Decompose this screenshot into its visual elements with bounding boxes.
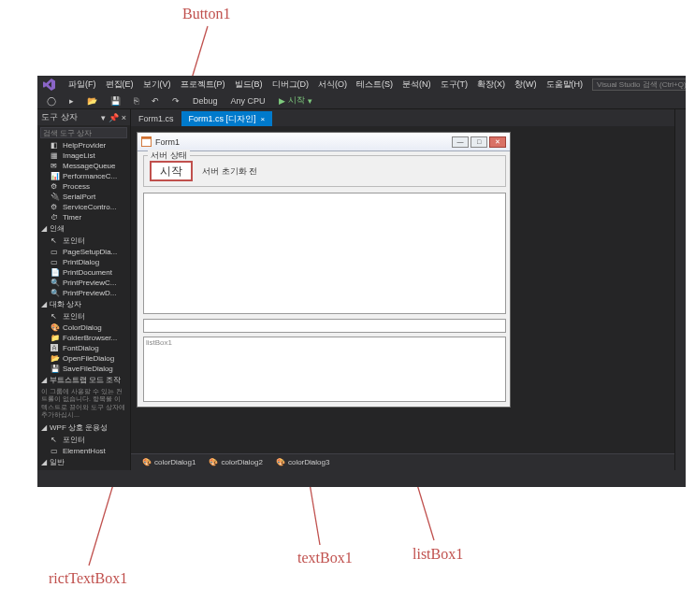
toolbox-item[interactable]: 📄PrintDocument (37, 267, 130, 278)
toolbox-item[interactable]: ◧HelpProvider (37, 140, 130, 150)
menu-build[interactable]: 빌드(B) (235, 79, 263, 91)
toolbar-redo-icon[interactable]: ↷ (168, 96, 183, 106)
tray-colordialog2[interactable]: 🎨colorDialog2 (209, 458, 262, 466)
toolbar-saveall-icon[interactable]: ⎘ (130, 96, 142, 106)
toolbar-platform[interactable]: Any CPU (227, 96, 269, 106)
chevron-down-icon: ◢ (41, 458, 47, 466)
menu-extensions[interactable]: 확장(X) (477, 79, 505, 91)
close-button[interactable]: ✕ (489, 136, 506, 148)
toolbox-item[interactable]: ▭ElementHost (37, 446, 130, 456)
form-icon (141, 136, 152, 147)
toolbox-title: 도구 상자 ▾📌× (37, 109, 130, 125)
designer-surface[interactable]: Form1 — □ ✕ 서버 상태 시작 서버 초기화 전 listBox1 (131, 126, 674, 453)
menu-view[interactable]: 보기(V) (143, 79, 171, 91)
toolbox-section-print[interactable]: ◢인쇄 (37, 222, 130, 235)
groupbox-server-status[interactable]: 서버 상태 시작 서버 초기화 전 (143, 155, 506, 187)
toolbox-item[interactable]: 📂OpenFileDialog (37, 353, 130, 364)
toolbox-item[interactable]: ↖포인터 (37, 434, 130, 446)
annotation-listbox1: listBox1 (413, 546, 463, 563)
toolbox-item[interactable]: ⚙Process (37, 181, 130, 192)
annotation-button1: Button1 (182, 6, 231, 22)
toolbox-item[interactable]: 📊PerformanceC... (37, 171, 130, 181)
toolbar-save-icon[interactable]: 💾 (107, 96, 124, 106)
editor-main: Form1.cs Form1.cs [디자인]× Form1 — □ ✕ (131, 109, 674, 470)
start-button[interactable]: 시작 (150, 161, 193, 181)
toolbox-item[interactable]: ⚙ServiceContro... (37, 202, 130, 212)
toolbox-item[interactable]: 📁FolderBrowser... (37, 333, 130, 343)
menu-debug[interactable]: 디버그(D) (272, 79, 310, 91)
vs-menubar: 파일(F) 편집(E) 보기(V) 프로젝트(P) 빌드(B) 디버그(D) 서… (37, 76, 686, 93)
menu-analyze[interactable]: 분석(N) (402, 79, 431, 91)
menu-help[interactable]: 도움말(H) (546, 79, 584, 91)
toolbox-item[interactable]: ⏱Timer (37, 212, 130, 222)
toolbox-section-general[interactable]: ◢일반 (37, 456, 130, 468)
toolbox-section-wpf[interactable]: ◢WPF 상호 운용성 (37, 422, 130, 434)
chevron-down-icon: ◢ (41, 376, 47, 384)
vs-logo-icon (43, 78, 55, 91)
menu-window[interactable]: 창(W) (514, 79, 537, 91)
richtextbox1[interactable] (143, 193, 506, 314)
menu-project[interactable]: 프로젝트(P) (181, 79, 225, 91)
status-label: 서버 초기화 전 (202, 165, 257, 178)
toolbox-item[interactable]: 🎨ColorDialog (37, 322, 130, 333)
toolbox-item[interactable]: ▭PrintDialog (37, 257, 130, 267)
toolbar-config-debug[interactable]: Debug (189, 96, 222, 106)
toolbar-nav-back-icon[interactable]: ◯ (43, 96, 60, 106)
toolbox-item[interactable]: 🔌SerialPort (37, 192, 130, 202)
colordialog-icon: 🎨 (142, 458, 152, 466)
form1-title-text: Form1 (155, 137, 180, 147)
toolbox-item[interactable]: 💾SaveFileDialog (37, 364, 130, 374)
component-tray: 🎨colorDialog1 🎨colorDialog2 🎨colorDialog… (131, 453, 674, 470)
colordialog-icon: 🎨 (276, 458, 285, 466)
visual-studio-window: 파일(F) 편집(E) 보기(V) 프로젝트(P) 빌드(B) 디버그(D) 서… (37, 76, 686, 487)
toolbox-close-icon[interactable]: 📌 (109, 113, 119, 122)
tab-strip: Form1.cs Form1.cs [디자인]× (131, 109, 674, 126)
tray-colordialog1[interactable]: 🎨colorDialog1 (142, 458, 195, 466)
toolbar-undo-icon[interactable]: ↶ (148, 96, 163, 106)
listbox1[interactable]: listBox1 (143, 337, 506, 402)
toolbox-search-input[interactable]: 검색 도구 상자 (40, 127, 127, 138)
menu-file[interactable]: 파일(F) (68, 79, 96, 91)
form1-window[interactable]: Form1 — □ ✕ 서버 상태 시작 서버 초기화 전 listBox1 (137, 132, 511, 408)
menu-edit[interactable]: 편집(E) (106, 79, 134, 91)
toolbar-open-icon[interactable]: 📂 (83, 96, 101, 106)
menu-test[interactable]: 테스트(S) (356, 79, 393, 91)
toolbar-start-button[interactable]: ▶ 시작 ▾ (275, 94, 316, 107)
vs-toolbar: ◯ ▸ 📂 💾 ⎘ ↶ ↷ Debug Any CPU ▶ 시작 ▾ (37, 93, 686, 109)
toolbox-item[interactable]: ↖포인터 (37, 235, 130, 247)
toolbox-item[interactable]: ▦ImageList (37, 150, 130, 161)
toolbox-info-text: 이 그룹에 사용할 수 있는 컨트롤이 없습니다. 항목을 이 텍스트로 끌어와… (37, 468, 130, 470)
menu-format[interactable]: 서식(O) (318, 79, 347, 91)
toolbox-section-dialogs[interactable]: ◢대화 상자 (37, 298, 130, 310)
right-gutter (674, 109, 686, 470)
global-search-input[interactable]: Visual Studio 검색 (Ctrl+Q) (592, 79, 686, 91)
svg-rect-5 (142, 139, 151, 146)
maximize-button[interactable]: □ (471, 136, 487, 148)
tray-colordialog3[interactable]: 🎨colorDialog3 (276, 458, 329, 466)
annotation-richtextbox1: rictTextBox1 (49, 570, 127, 587)
tab-form1-design[interactable]: Form1.cs [디자인]× (181, 111, 273, 126)
textbox1[interactable] (143, 319, 506, 333)
toolbox-item[interactable]: 🔍PrintPreviewD... (37, 288, 130, 298)
toolbox-item[interactable]: 🅰FontDialog (37, 343, 130, 353)
annotation-textbox1: textBox1 (297, 550, 353, 566)
tab-form1cs[interactable]: Form1.cs (131, 111, 181, 126)
toolbox-item[interactable]: ✉MessageQueue (37, 161, 130, 171)
chevron-down-icon: ◢ (41, 423, 47, 432)
toolbar-new-icon[interactable]: ▸ (65, 96, 78, 106)
toolbox-section-bootstrap[interactable]: ◢부트스트랩 모드 조작 (37, 374, 130, 386)
tab-close-icon[interactable]: × (261, 115, 266, 123)
toolbox-panel: 도구 상자 ▾📌× 검색 도구 상자 ◧HelpProvider ▦ImageL… (37, 109, 131, 470)
toolbox-item[interactable]: ↖포인터 (37, 310, 130, 322)
menu-tools[interactable]: 도구(T) (441, 79, 469, 91)
toolbox-item[interactable]: ▭PageSetupDia... (37, 247, 130, 257)
vs-body: 도구 상자 ▾📌× 검색 도구 상자 ◧HelpProvider ▦ImageL… (37, 109, 686, 470)
minimize-button[interactable]: — (452, 136, 469, 148)
chevron-down-icon: ◢ (41, 300, 47, 308)
toolbox-pin-icon[interactable]: ▾ (101, 113, 106, 122)
toolbox-info-text: 이 그룹에 사용할 수 있는 컨트롤이 없습니다. 항목을 이 텍스트로 끌어와… (37, 386, 130, 422)
toolbox-item[interactable]: 🔍PrintPreviewC... (37, 278, 130, 288)
chevron-down-icon: ◢ (41, 224, 47, 233)
form1-titlebar: Form1 — □ ✕ (138, 133, 510, 151)
colordialog-icon: 🎨 (209, 458, 218, 466)
